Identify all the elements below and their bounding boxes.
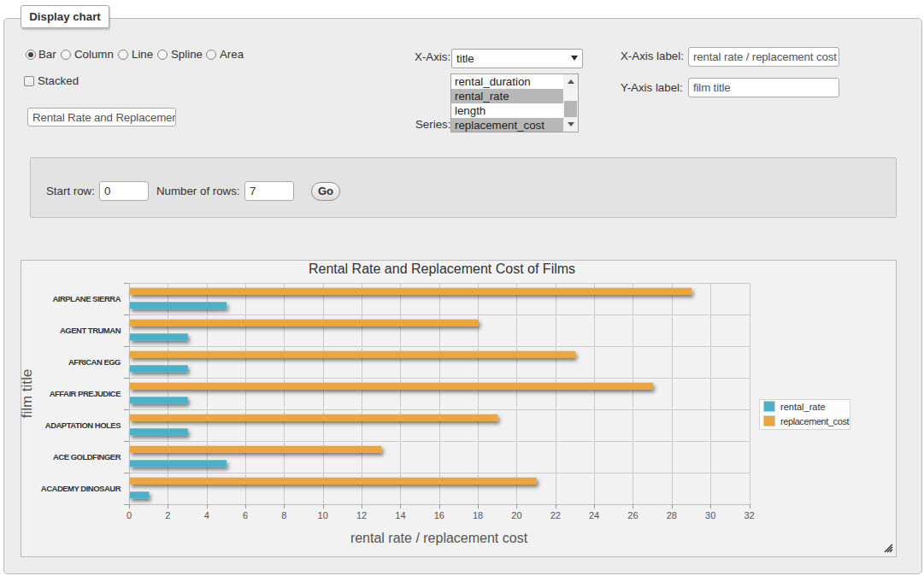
svg-text:film title: film title [21, 369, 35, 419]
svg-text:AFFAIR PREJUDICE: AFFAIR PREJUDICE [50, 389, 121, 398]
svg-text:0: 0 [127, 510, 132, 520]
svg-text:16: 16 [434, 510, 444, 520]
svg-text:4: 4 [204, 510, 209, 520]
svg-text:32: 32 [744, 510, 754, 520]
svg-text:14: 14 [395, 510, 405, 520]
svg-text:22: 22 [550, 510, 561, 520]
svg-text:6: 6 [243, 510, 248, 520]
svg-text:rental_rate: rental_rate [780, 402, 826, 412]
svg-text:AGENT TRUMAN: AGENT TRUMAN [60, 326, 121, 335]
svg-text:18: 18 [473, 510, 483, 520]
svg-text:ACE GOLDFINGER: ACE GOLDFINGER [53, 452, 121, 461]
svg-text:26: 26 [627, 510, 638, 520]
svg-text:2: 2 [165, 510, 170, 520]
svg-text:Rental Rate and Replacement Co: Rental Rate and Replacement Cost of Film… [309, 262, 575, 276]
svg-text:24: 24 [589, 510, 599, 520]
svg-text:30: 30 [705, 510, 715, 520]
svg-text:8: 8 [281, 510, 286, 520]
svg-text:AIRPLANE SIERRA: AIRPLANE SIERRA [52, 294, 121, 303]
svg-text:replacement_cost: replacement_cost [780, 416, 849, 426]
svg-text:28: 28 [667, 510, 677, 520]
svg-text:20: 20 [511, 510, 521, 520]
svg-text:12: 12 [356, 510, 367, 520]
svg-text:10: 10 [318, 510, 328, 520]
svg-text:AFRICAN EGG: AFRICAN EGG [68, 357, 121, 367]
svg-text:ACADEMY DINOSAUR: ACADEMY DINOSAUR [41, 484, 121, 493]
svg-text:rental rate / replacement cost: rental rate / replacement cost [350, 531, 528, 545]
svg-text:ADAPTATION HOLES: ADAPTATION HOLES [45, 420, 121, 430]
